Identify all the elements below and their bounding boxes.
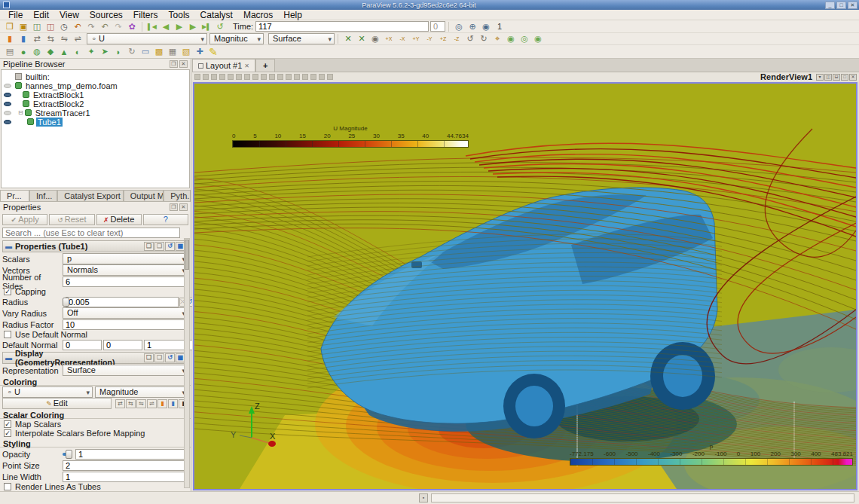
menu-item[interactable]: Help — [278, 10, 307, 20]
reset-camera-icon[interactable]: ✕ — [342, 33, 354, 44]
radius-input[interactable] — [66, 297, 179, 307]
view-minus-z-icon[interactable]: -Z — [451, 33, 463, 44]
number-of-sides-input[interactable] — [63, 276, 188, 287]
disk-source-icon[interactable]: ◐ — [72, 46, 84, 57]
view-layout-tool-icon[interactable] — [211, 74, 217, 80]
pipeline-item-streamtracer1[interactable]: ⊟ StreamTracer1 — [2, 108, 189, 117]
view-close-icon[interactable]: ✕ — [849, 74, 857, 81]
view-layout-tool-icon[interactable] — [269, 74, 275, 80]
edit-color-map-button[interactable]: ✎Edit — [2, 398, 112, 409]
display-section[interactable]: ▬ Display (GeometryRepresentation) ❏❏↺▦ — [2, 352, 188, 364]
tab-properties[interactable]: Pr... — [0, 190, 29, 201]
map-scalars-checkbox[interactable]: ✓ — [4, 420, 11, 428]
splotch-source-icon[interactable]: ◗ — [112, 46, 124, 57]
delete-button[interactable]: ✗Delete — [96, 214, 142, 225]
close-panel-icon[interactable]: ✕ — [179, 203, 188, 211]
window-titlebar[interactable]: ParaView 5.6.2-3-gd95ed2c6e2 64-bit _ □ … — [0, 0, 859, 10]
tab-python-shell[interactable]: Pyth... — [164, 190, 191, 201]
view-layout-tool-icon[interactable] — [244, 74, 250, 80]
coloring-component-combo[interactable]: Magnitude — [95, 386, 188, 398]
undo-icon[interactable]: ↶ — [72, 21, 84, 32]
paste-properties-icon[interactable]: ❏ — [154, 242, 164, 251]
colorbar-p[interactable]: p -772.175-600-500-400-300-200-100010020… — [570, 443, 853, 466]
connect-server-icon[interactable]: ◫ — [31, 21, 43, 32]
scalars-combo[interactable]: p — [63, 253, 188, 264]
selection-count-label[interactable]: 1 — [494, 21, 506, 32]
maximize-button[interactable]: □ — [836, 2, 846, 9]
show-legend-icon[interactable]: ▮ — [168, 399, 178, 408]
render-lines-checkbox[interactable] — [4, 483, 11, 490]
view-dropdown-icon[interactable]: ▾ — [816, 74, 824, 81]
close-layout-icon[interactable]: ✕ — [244, 63, 249, 69]
reset-defaults-icon[interactable]: ↺ — [165, 242, 175, 251]
rescale-range-icon[interactable]: ⇄ — [115, 399, 125, 408]
view-split-v-icon[interactable]: ⊟ — [833, 74, 840, 81]
frame-input[interactable] — [430, 21, 445, 32]
view-layout-tool-icon[interactable] — [228, 74, 234, 80]
loop-source-icon[interactable]: ↻ — [126, 46, 138, 57]
rescale-visible2-icon[interactable]: ⇌ — [147, 399, 157, 408]
color-palette-icon[interactable]: ✿ — [126, 21, 138, 32]
help-button[interactable]: ? — [143, 214, 188, 225]
menu-item[interactable]: Edit — [28, 10, 54, 20]
visibility-on-icon[interactable] — [4, 120, 11, 124]
view-plus-z-icon[interactable]: +Z — [437, 33, 449, 44]
radius-factor-input[interactable] — [63, 319, 188, 330]
center-rotation-icon[interactable]: ⌖ — [491, 33, 503, 44]
properties-scrollbar[interactable] — [184, 238, 190, 488]
reset-defaults-icon[interactable]: ↺ — [165, 353, 175, 362]
interactive-select-icon[interactable]: ◉ — [480, 21, 492, 32]
show-orientation-axes-icon[interactable]: ◉ — [505, 33, 517, 44]
choose-preset-icon[interactable]: ▮ — [157, 399, 167, 408]
open-file-icon[interactable]: ❒ — [4, 21, 16, 32]
view-minus-x-icon[interactable]: -X — [396, 33, 408, 44]
undock-icon[interactable]: ❐ — [170, 203, 178, 211]
rotate-cw-icon[interactable]: ↻ — [478, 33, 490, 44]
render-viewport[interactable]: U Magnitude 051015202530354044.7634 p -7… — [193, 82, 857, 490]
python-trace-icon[interactable]: ✎ — [207, 46, 219, 57]
view-layout-tool-icon[interactable] — [236, 74, 242, 80]
point-source-icon[interactable]: ✦ — [85, 46, 97, 57]
loop-button[interactable]: ↺ — [214, 21, 226, 32]
reset-button[interactable]: ↺Reset — [49, 214, 94, 225]
play-button[interactable]: ▶ — [173, 21, 185, 32]
line-width-input[interactable] — [63, 472, 188, 482]
cone-source-icon[interactable]: ▲ — [58, 46, 70, 57]
zoom-to-data-view-icon[interactable]: ◉ — [369, 33, 381, 44]
rescale-temporal-icon[interactable]: ⇋ — [58, 33, 70, 44]
tab-information[interactable]: Inf... — [29, 190, 57, 201]
menu-item[interactable]: Macros — [238, 10, 278, 20]
coloring-array-combo[interactable]: ∘ U — [2, 386, 93, 398]
arrow-source-icon[interactable]: ➤ — [99, 46, 111, 57]
view-layout-tool-icon[interactable] — [219, 74, 225, 80]
redo-icon[interactable]: ↷ — [85, 21, 97, 32]
copy-properties-icon[interactable]: ❏ — [144, 242, 154, 251]
view-layout-tool-icon[interactable] — [294, 74, 300, 80]
copy-properties-icon[interactable]: ❏ — [144, 353, 154, 362]
close-button[interactable]: ✕ — [848, 2, 857, 9]
tab-catalyst-export[interactable]: Catalyst Export I... — [57, 190, 123, 201]
toggle-color-legend-icon[interactable]: ▮ — [4, 33, 16, 44]
use-default-normal-checkbox[interactable] — [4, 331, 11, 338]
camera-undo-icon[interactable]: ↶ — [99, 21, 111, 32]
cube-source-icon[interactable]: ◍ — [31, 46, 43, 57]
time-input[interactable] — [255, 21, 429, 32]
view-plus-y-icon[interactable]: +Y — [410, 33, 422, 44]
representation-prop-combo[interactable]: Surface — [63, 365, 188, 376]
minimize-button[interactable]: _ — [825, 2, 835, 9]
search-input[interactable] — [2, 228, 180, 238]
view-layout-tool-icon[interactable] — [327, 74, 333, 80]
paste-properties-icon[interactable]: ❏ — [154, 353, 164, 362]
visibility-on-icon[interactable] — [4, 93, 11, 97]
opacity-slider[interactable] — [63, 453, 72, 456]
visibility-off-icon[interactable] — [4, 111, 11, 115]
colorbar-u-magnitude[interactable]: U Magnitude 051015202530354044.7634 — [232, 125, 469, 148]
rescale-time-icon[interactable]: ⇋ — [136, 399, 146, 408]
view-layout-tool-icon[interactable] — [261, 74, 267, 80]
representation-combo[interactable]: Surface — [268, 33, 335, 44]
timer-icon[interactable]: ◷ — [58, 21, 70, 32]
rescale-custom-icon[interactable]: ⇆ — [126, 399, 136, 408]
opacity-input[interactable] — [75, 449, 188, 460]
visibility-on-icon[interactable] — [4, 102, 11, 106]
edit-color-map-icon[interactable]: ▮ — [17, 33, 29, 44]
